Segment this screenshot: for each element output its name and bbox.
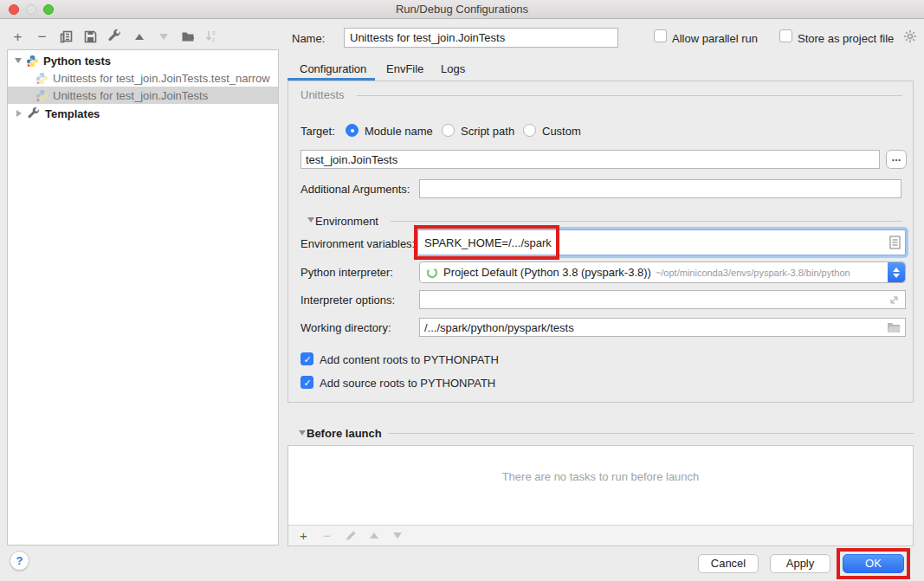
target-custom-radio[interactable] xyxy=(523,124,536,137)
svg-text:z: z xyxy=(212,36,215,42)
allow-parallel-run-checkbox[interactable] xyxy=(654,29,667,42)
working-directory-input[interactable] xyxy=(419,318,906,337)
before-launch-title: Before launch xyxy=(307,427,382,440)
python-tests-icon xyxy=(26,55,39,68)
tree-item-label: Templates xyxy=(45,107,100,120)
allow-parallel-run-label: Allow parallel run xyxy=(672,32,758,45)
target-script-path-radio[interactable] xyxy=(442,124,455,137)
tree-item-unittests-test-narrow[interactable]: Unittests for test_join.JoinTests.test_n… xyxy=(8,69,278,87)
new-folder-button[interactable] xyxy=(180,29,195,44)
environment-variables-field xyxy=(417,229,906,255)
browse-target-button[interactable]: ... xyxy=(886,150,907,169)
down-arrow-icon xyxy=(159,34,168,40)
before-launch-toolbar: + − xyxy=(288,525,913,545)
dropdown-stepper-icon[interactable] xyxy=(888,262,905,282)
tree-item-python-tests[interactable]: Python tests xyxy=(8,52,278,69)
section-divider xyxy=(388,433,914,434)
target-script-path-label: Script path xyxy=(461,125,514,138)
add-source-roots-label: Add source roots to PYTHONPATH xyxy=(320,377,495,390)
environment-variables-input[interactable] xyxy=(420,232,886,253)
tree-item-label: Unittests for test_join.JoinTests.test_n… xyxy=(53,72,270,85)
copy-icon xyxy=(60,30,73,43)
additional-arguments-label: Additional Arguments: xyxy=(300,183,410,196)
section-divider xyxy=(391,221,902,222)
python-interpreter-label: Python interpreter: xyxy=(300,266,393,279)
group-divider xyxy=(357,95,902,96)
move-up-button[interactable] xyxy=(132,29,146,44)
target-module-name-radio[interactable] xyxy=(346,124,359,137)
python-interpreter-select[interactable]: Project Default (Python 3.8 (pyspark-3.8… xyxy=(419,261,906,283)
remove-configuration-button[interactable]: − xyxy=(35,29,49,44)
save-configuration-button[interactable] xyxy=(83,29,98,44)
add-content-roots-checkbox[interactable] xyxy=(300,352,313,365)
add-configuration-button[interactable]: + xyxy=(10,29,25,44)
help-button[interactable]: ? xyxy=(10,551,29,571)
tab-envfile[interactable]: EnvFile xyxy=(386,62,423,75)
tab-configuration[interactable]: Configuration xyxy=(300,62,366,75)
move-task-down-button[interactable] xyxy=(391,529,404,542)
target-input[interactable] xyxy=(300,150,880,169)
configurations-tree: Python tests Unittests for test_join.Joi… xyxy=(7,49,279,545)
add-source-roots-checkbox[interactable] xyxy=(300,376,313,389)
before-launch-empty-text: There are no tasks to run before launch xyxy=(288,470,913,483)
store-as-project-file-checkbox[interactable] xyxy=(779,29,792,42)
tree-item-label: Unittests for test_join.JoinTests xyxy=(53,89,208,102)
tree-item-templates[interactable]: Templates xyxy=(8,105,278,122)
environment-collapse-icon[interactable] xyxy=(307,217,314,223)
interpreter-options-label: Interpreter options: xyxy=(300,294,395,307)
browse-environment-variables-button[interactable] xyxy=(889,236,901,252)
python-test-icon xyxy=(36,72,48,85)
apply-button[interactable]: Apply xyxy=(770,554,830,573)
folder-icon xyxy=(887,321,901,333)
remove-task-button[interactable]: − xyxy=(320,529,333,542)
list-icon xyxy=(889,236,901,249)
pencil-icon xyxy=(345,530,357,542)
chevron-down-icon[interactable] xyxy=(15,58,22,63)
working-directory-label: Working directory: xyxy=(300,321,391,334)
store-options-button[interactable] xyxy=(903,29,917,43)
move-down-button[interactable] xyxy=(156,29,171,44)
move-task-up-button[interactable] xyxy=(367,529,380,542)
tab-logs[interactable]: Logs xyxy=(441,62,465,75)
name-label: Name: xyxy=(292,32,325,45)
copy-configuration-button[interactable] xyxy=(59,29,74,44)
conda-env-icon xyxy=(426,267,438,279)
titlebar: Run/Debug Configurations xyxy=(0,0,924,19)
environment-section-title: Environment xyxy=(315,215,378,228)
add-content-roots-label: Add content roots to PYTHONPATH xyxy=(320,353,499,366)
expand-field-button[interactable] xyxy=(888,294,900,308)
environment-variables-label: Environment variables: xyxy=(300,237,415,250)
configurations-toolbar: + − az xyxy=(10,27,219,46)
down-arrow-icon xyxy=(393,533,402,539)
browse-folder-button[interactable] xyxy=(887,321,901,336)
name-input[interactable] xyxy=(344,28,618,48)
interpreter-path: ~/opt/miniconda3/envs/pyspark-3.8/bin/py… xyxy=(656,268,850,278)
store-as-project-file-label: Store as project file xyxy=(798,32,894,45)
additional-arguments-input[interactable] xyxy=(419,179,901,198)
sort-configurations-button[interactable]: az xyxy=(204,29,219,44)
before-launch-collapse-icon[interactable] xyxy=(299,430,306,436)
target-label: Target: xyxy=(300,125,335,138)
cancel-button[interactable]: Cancel xyxy=(698,554,759,573)
tree-item-label: Python tests xyxy=(43,55,111,68)
save-icon xyxy=(84,30,97,43)
window-title: Run/Debug Configurations xyxy=(0,3,924,16)
edit-task-button[interactable] xyxy=(344,529,357,542)
python-test-icon xyxy=(36,89,48,102)
add-task-button[interactable]: + xyxy=(297,529,310,542)
target-custom-label: Custom xyxy=(542,125,581,138)
interpreter-options-input[interactable] xyxy=(419,290,906,309)
tree-item-unittests-jointests[interactable]: Unittests for test_join.JoinTests xyxy=(8,87,278,104)
edit-templates-button[interactable] xyxy=(107,29,122,44)
unittests-group-title: Unittests xyxy=(300,88,345,101)
ok-button[interactable]: OK xyxy=(843,554,904,573)
run-debug-configurations-dialog: Run/Debug Configurations + − az Python t… xyxy=(0,0,924,581)
templates-wrench-icon xyxy=(28,107,41,120)
up-arrow-icon xyxy=(370,533,378,539)
up-arrow-icon xyxy=(135,34,144,40)
wrench-icon xyxy=(108,29,122,43)
chevron-right-icon[interactable] xyxy=(16,110,22,117)
before-launch-panel: There are no tasks to run before launch … xyxy=(288,445,914,546)
interpreter-name: Project Default (Python 3.8 (pyspark-3.8… xyxy=(443,266,651,279)
target-module-name-label: Module name xyxy=(365,125,433,138)
